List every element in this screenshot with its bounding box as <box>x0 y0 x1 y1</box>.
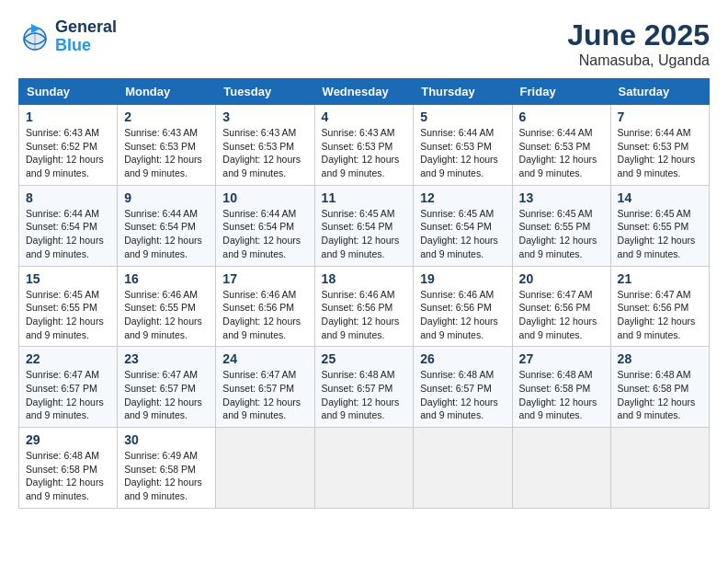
daylight-minutes: and 9 minutes. <box>322 329 385 340</box>
daylight-label: Daylight: 12 hours <box>124 477 202 488</box>
day-number: 4 <box>322 109 407 124</box>
sunrise-label: Sunrise: 6:43 AM <box>124 127 198 138</box>
day-info: Sunrise: 6:45 AM Sunset: 6:55 PM Dayligh… <box>26 288 110 342</box>
calendar-cell: 21 Sunrise: 6:47 AM Sunset: 6:56 PM Dayl… <box>610 266 709 347</box>
daylight-minutes: and 9 minutes. <box>222 167 286 178</box>
daylight-label: Daylight: 12 hours <box>26 316 104 327</box>
calendar-cell: 20 Sunrise: 6:47 AM Sunset: 6:56 PM Dayl… <box>512 266 610 347</box>
calendar-cell: 9 Sunrise: 6:44 AM Sunset: 6:54 PM Dayli… <box>118 185 216 266</box>
sunrise-label: Sunrise: 6:44 AM <box>618 127 691 138</box>
day-number: 29 <box>26 432 110 447</box>
sunset-label: Sunset: 6:53 PM <box>618 141 689 152</box>
weekday-header-sunday: Sunday <box>19 79 118 105</box>
day-info: Sunrise: 6:46 AM Sunset: 6:55 PM Dayligh… <box>124 288 209 342</box>
calendar-cell: 11 Sunrise: 6:45 AM Sunset: 6:54 PM Dayl… <box>314 185 414 266</box>
sunset-label: Sunset: 6:58 PM <box>618 383 689 394</box>
sunset-label: Sunset: 6:56 PM <box>222 302 294 313</box>
title-area: June 2025 Namasuba, Uganda <box>567 18 710 69</box>
sunrise-label: Sunrise: 6:45 AM <box>420 208 494 219</box>
sunrise-label: Sunrise: 6:45 AM <box>519 208 593 219</box>
sunset-label: Sunset: 6:57 PM <box>26 383 97 394</box>
day-info: Sunrise: 6:44 AM Sunset: 6:54 PM Dayligh… <box>222 207 307 261</box>
day-info: Sunrise: 6:44 AM Sunset: 6:54 PM Dayligh… <box>124 207 209 261</box>
logo-icon <box>18 20 51 53</box>
calendar-cell: 12 Sunrise: 6:45 AM Sunset: 6:54 PM Dayl… <box>414 185 512 266</box>
daylight-minutes: and 9 minutes. <box>618 329 681 340</box>
sunrise-label: Sunrise: 6:43 AM <box>26 127 99 138</box>
day-number: 16 <box>124 271 209 286</box>
daylight-label: Daylight: 12 hours <box>124 316 202 327</box>
daylight-minutes: and 9 minutes. <box>322 167 385 178</box>
daylight-minutes: and 9 minutes. <box>26 248 89 259</box>
weekday-header-row: SundayMondayTuesdayWednesdayThursdayFrid… <box>19 79 710 105</box>
daylight-label: Daylight: 12 hours <box>124 154 202 165</box>
day-info: Sunrise: 6:48 AM Sunset: 6:58 PM Dayligh… <box>26 449 110 503</box>
daylight-label: Daylight: 12 hours <box>222 235 301 246</box>
daylight-label: Daylight: 12 hours <box>322 235 400 246</box>
calendar-cell <box>314 428 414 509</box>
day-info: Sunrise: 6:45 AM Sunset: 6:55 PM Dayligh… <box>519 207 604 261</box>
calendar-cell: 16 Sunrise: 6:46 AM Sunset: 6:55 PM Dayl… <box>118 266 216 347</box>
daylight-minutes: and 9 minutes. <box>124 329 188 340</box>
sunrise-label: Sunrise: 6:45 AM <box>618 208 691 219</box>
daylight-minutes: and 9 minutes. <box>26 490 89 501</box>
daylight-minutes: and 9 minutes. <box>26 167 89 178</box>
day-number: 27 <box>519 351 604 366</box>
logo: General Blue <box>18 18 117 55</box>
daylight-label: Daylight: 12 hours <box>26 477 104 488</box>
sunrise-label: Sunrise: 6:49 AM <box>124 450 198 461</box>
daylight-minutes: and 9 minutes. <box>322 409 385 420</box>
weekday-header-thursday: Thursday <box>414 79 512 105</box>
daylight-label: Daylight: 12 hours <box>420 235 498 246</box>
daylight-label: Daylight: 12 hours <box>322 154 400 165</box>
calendar-cell: 7 Sunrise: 6:44 AM Sunset: 6:53 PM Dayli… <box>610 105 709 186</box>
day-info: Sunrise: 6:48 AM Sunset: 6:57 PM Dayligh… <box>322 368 407 422</box>
sunset-label: Sunset: 6:57 PM <box>124 383 196 394</box>
sunrise-label: Sunrise: 6:48 AM <box>618 369 691 380</box>
day-number: 8 <box>26 190 110 205</box>
day-number: 23 <box>124 351 209 366</box>
daylight-label: Daylight: 12 hours <box>420 154 498 165</box>
calendar-cell <box>216 428 314 509</box>
weekday-header-wednesday: Wednesday <box>314 79 414 105</box>
day-number: 25 <box>322 351 407 366</box>
sunrise-label: Sunrise: 6:48 AM <box>322 369 395 380</box>
day-number: 11 <box>322 190 407 205</box>
day-info: Sunrise: 6:47 AM Sunset: 6:57 PM Dayligh… <box>124 368 209 422</box>
day-info: Sunrise: 6:43 AM Sunset: 6:53 PM Dayligh… <box>124 126 209 180</box>
day-number: 12 <box>420 190 505 205</box>
sunset-label: Sunset: 6:54 PM <box>420 221 492 232</box>
daylight-label: Daylight: 12 hours <box>26 154 104 165</box>
daylight-minutes: and 9 minutes. <box>420 248 483 259</box>
daylight-minutes: and 9 minutes. <box>420 409 483 420</box>
daylight-minutes: and 9 minutes. <box>124 409 188 420</box>
calendar-week-row: 1 Sunrise: 6:43 AM Sunset: 6:52 PM Dayli… <box>19 105 710 186</box>
calendar-cell <box>610 428 709 509</box>
sunrise-label: Sunrise: 6:46 AM <box>222 289 296 300</box>
daylight-label: Daylight: 12 hours <box>124 235 202 246</box>
sunset-label: Sunset: 6:53 PM <box>519 141 591 152</box>
day-number: 24 <box>222 351 307 366</box>
day-info: Sunrise: 6:45 AM Sunset: 6:54 PM Dayligh… <box>322 207 407 261</box>
sunrise-label: Sunrise: 6:46 AM <box>124 289 198 300</box>
sunset-label: Sunset: 6:56 PM <box>618 302 689 313</box>
day-info: Sunrise: 6:45 AM Sunset: 6:55 PM Dayligh… <box>618 207 702 261</box>
daylight-minutes: and 9 minutes. <box>124 167 188 178</box>
logo-blue-text: Blue <box>55 37 117 55</box>
day-number: 10 <box>222 190 307 205</box>
calendar-week-row: 22 Sunrise: 6:47 AM Sunset: 6:57 PM Dayl… <box>19 347 710 428</box>
sunset-label: Sunset: 6:54 PM <box>322 221 393 232</box>
daylight-label: Daylight: 12 hours <box>618 235 696 246</box>
sunset-label: Sunset: 6:55 PM <box>26 302 97 313</box>
day-number: 3 <box>222 109 307 124</box>
sunset-label: Sunset: 6:55 PM <box>519 221 591 232</box>
day-info: Sunrise: 6:43 AM Sunset: 6:53 PM Dayligh… <box>322 126 407 180</box>
calendar-cell: 18 Sunrise: 6:46 AM Sunset: 6:56 PM Dayl… <box>314 266 414 347</box>
sunrise-label: Sunrise: 6:44 AM <box>222 208 296 219</box>
sunrise-label: Sunrise: 6:46 AM <box>322 289 395 300</box>
day-number: 21 <box>618 271 702 286</box>
sunrise-label: Sunrise: 6:47 AM <box>519 289 593 300</box>
daylight-minutes: and 9 minutes. <box>322 248 385 259</box>
day-info: Sunrise: 6:46 AM Sunset: 6:56 PM Dayligh… <box>322 288 407 342</box>
sunrise-label: Sunrise: 6:44 AM <box>519 127 593 138</box>
